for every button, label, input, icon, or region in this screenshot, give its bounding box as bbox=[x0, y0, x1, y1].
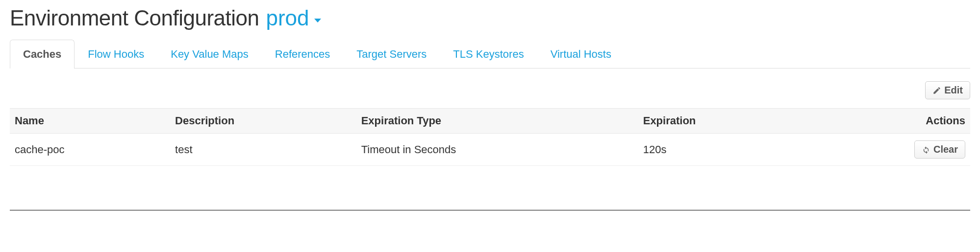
cell-expiration-type: Timeout in Seconds bbox=[356, 134, 638, 166]
cell-expiration: 120s bbox=[638, 134, 806, 166]
col-expiration-type: Expiration Type bbox=[356, 109, 638, 134]
edit-button-label: Edit bbox=[944, 85, 963, 96]
caches-table: Name Description Expiration Type Expirat… bbox=[10, 108, 970, 166]
tab-tls-keystores[interactable]: TLS Keystores bbox=[440, 40, 537, 69]
tab-virtual-hosts[interactable]: Virtual Hosts bbox=[537, 40, 625, 69]
tab-flow-hooks[interactable]: Flow Hooks bbox=[75, 40, 157, 69]
tab-target-servers[interactable]: Target Servers bbox=[343, 40, 440, 69]
environment-name: prod bbox=[266, 6, 309, 30]
cell-description: test bbox=[170, 134, 356, 166]
environment-dropdown[interactable]: prod bbox=[266, 6, 321, 30]
col-name: Name bbox=[10, 109, 170, 134]
tabs-bar: Caches Flow Hooks Key Value Maps Referen… bbox=[10, 39, 970, 69]
toolbar: Edit bbox=[10, 81, 970, 99]
refresh-icon bbox=[922, 145, 930, 154]
edit-button[interactable]: Edit bbox=[925, 81, 970, 99]
table-header-row: Name Description Expiration Type Expirat… bbox=[10, 109, 970, 134]
table-row: cache-poc test Timeout in Seconds 120s C… bbox=[10, 134, 970, 166]
tab-references[interactable]: References bbox=[262, 40, 344, 69]
cell-name: cache-poc bbox=[10, 134, 170, 166]
col-actions: Actions bbox=[806, 109, 970, 134]
clear-button-label: Clear bbox=[933, 144, 958, 155]
pencil-icon bbox=[932, 86, 941, 95]
col-description: Description bbox=[170, 109, 356, 134]
tab-caches[interactable]: Caches bbox=[10, 40, 75, 69]
chevron-down-icon bbox=[314, 19, 321, 23]
footer-divider bbox=[10, 210, 970, 210]
clear-button[interactable]: Clear bbox=[914, 140, 965, 159]
cell-actions: Clear bbox=[806, 134, 970, 166]
page-title: Environment Configuration bbox=[10, 6, 259, 30]
col-expiration: Expiration bbox=[638, 109, 806, 134]
tab-key-value-maps[interactable]: Key Value Maps bbox=[157, 40, 262, 69]
